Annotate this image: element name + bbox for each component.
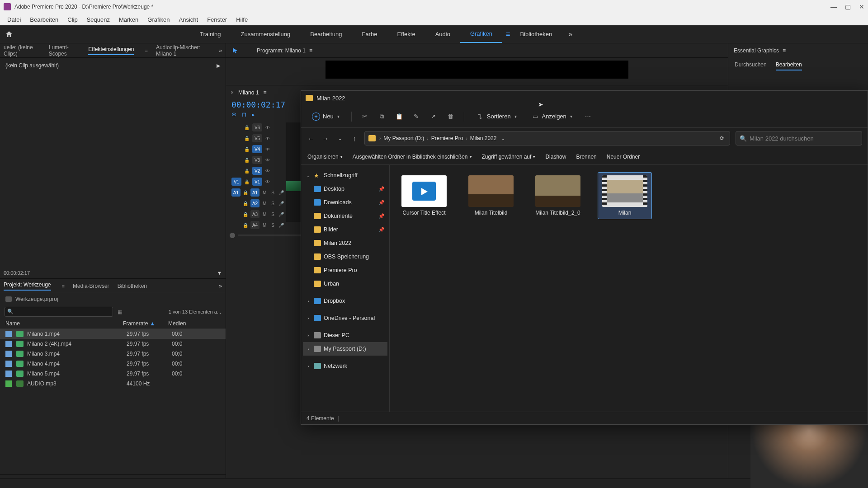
workspace-graphics[interactable]: Grafiken (460, 25, 502, 43)
mute-button[interactable]: M (261, 212, 268, 217)
scroll-knob-left[interactable] (230, 233, 235, 238)
delete-icon[interactable]: 🗑 (447, 113, 455, 121)
burn-button[interactable]: Brennen (576, 154, 596, 160)
back-button[interactable]: ← (307, 135, 316, 142)
new-button[interactable]: + Neu ▾ (309, 111, 342, 122)
track-target[interactable]: V3 (252, 156, 262, 164)
new-folder-button[interactable]: Neuer Ordner (607, 154, 640, 160)
menu-graphics[interactable]: Grafiken (143, 16, 174, 23)
file-item[interactable]: Milan Titelbild_2_0 (531, 172, 585, 219)
lock-icon[interactable]: 🔒 (243, 158, 250, 163)
source-patch[interactable]: V1 (231, 178, 241, 186)
mute-button[interactable]: M (261, 201, 268, 206)
menu-sequence[interactable]: Sequenz (82, 16, 114, 23)
menu-file[interactable]: Datei (3, 16, 25, 23)
track-target[interactable]: A4 (250, 221, 259, 229)
video-track-header[interactable]: 🔒V3👁 (230, 155, 286, 165)
nav-urban[interactable]: Urban (303, 277, 387, 291)
lock-icon[interactable]: 🔒 (242, 190, 249, 195)
breadcrumb-item[interactable]: Milan 2022 (470, 135, 497, 141)
workspace-effects[interactable]: Effekte (387, 25, 425, 43)
more-icon[interactable]: ⋯ (584, 113, 592, 121)
nav-network[interactable]: ›Netzwerk (303, 359, 387, 373)
refresh-icon[interactable]: ⟳ (718, 135, 726, 141)
lock-icon[interactable]: 🔒 (242, 212, 249, 217)
eg-tab-browse[interactable]: Durchsuchen (735, 61, 767, 70)
toggle-output-icon[interactable]: 👁 (264, 136, 271, 141)
marker-icon[interactable]: ▸ (252, 111, 255, 118)
copy-icon[interactable]: ⧉ (378, 113, 386, 121)
audio-track-header[interactable]: 🔒A4MS🎤 (230, 220, 286, 230)
explorer-titlebar[interactable]: Milan 2022 ➤ (301, 91, 868, 105)
col-medien[interactable]: Medien (168, 320, 220, 327)
share-menu[interactable]: Zugriff gewähren auf▾ (482, 154, 536, 160)
project-search-input[interactable] (5, 307, 113, 317)
tabs-overflow-icon[interactable]: » (219, 47, 222, 54)
tab-source[interactable]: uelle: (keine Clips) (4, 44, 41, 57)
project-clip-row[interactable]: Milano 4.mp429,97 fps00:0 (0, 359, 226, 369)
menu-edit[interactable]: Bearbeiten (25, 16, 63, 23)
toggle-output-icon[interactable]: 👁 (264, 147, 271, 152)
menu-window[interactable]: Fenster (203, 16, 231, 23)
col-name[interactable]: Name (5, 320, 123, 327)
panel-menu-icon[interactable]: ≡ (309, 47, 312, 54)
toggle-output-icon[interactable]: 👁 (264, 169, 271, 174)
solo-button[interactable]: S (269, 223, 276, 228)
audio-track-header[interactable]: 🔒A2MS🎤 (230, 198, 286, 208)
nav-downloads[interactable]: Downloads📌 (303, 196, 387, 209)
project-clip-row[interactable]: AUDIO.mp344100 Hz (0, 379, 226, 389)
workspace-libraries[interactable]: Bibliotheken (510, 25, 562, 43)
lock-icon[interactable]: 🔒 (243, 147, 250, 152)
track-target[interactable]: V4 (252, 145, 262, 153)
nav-obs[interactable]: OBS Speicherung (303, 250, 387, 263)
nav-passport[interactable]: ›My Passport (D:) (303, 342, 387, 356)
menu-view[interactable]: Ansicht (174, 16, 203, 23)
lock-icon[interactable]: 🔒 (242, 201, 249, 206)
file-item[interactable]: Cursor Title Effect (397, 172, 451, 219)
up-button[interactable]: ↑ (350, 135, 359, 142)
filter-icon[interactable]: ▼ (217, 270, 222, 276)
panel-menu-icon[interactable]: ≡ (263, 89, 266, 96)
rename-icon[interactable]: ✎ (412, 113, 420, 121)
breadcrumb-item[interactable]: My Passport (D:) (383, 135, 424, 141)
nav-premiere[interactable]: Premiere Pro (303, 263, 387, 277)
forward-button[interactable]: → (321, 135, 330, 142)
bin-view-icon[interactable]: ▦ (118, 309, 122, 315)
panel-menu-icon[interactable]: ≡ (783, 47, 786, 54)
recent-dropdown[interactable]: ⌄ (335, 136, 344, 141)
workspace-assembly[interactable]: Zusammenstellung (231, 25, 300, 43)
track-target[interactable]: V2 (252, 167, 262, 175)
explorer-file-pane[interactable]: Cursor Title Effect Milan Titelbild Mila… (390, 165, 868, 412)
maximize-button[interactable]: ▢ (845, 3, 851, 10)
paste-icon[interactable]: 📋 (395, 113, 403, 121)
timeline-timecode[interactable]: 00:00:02:17 (231, 100, 285, 109)
lock-icon[interactable]: 🔒 (243, 169, 250, 174)
track-target[interactable]: V5 (252, 134, 262, 142)
track-target[interactable]: A2 (250, 199, 259, 207)
workspace-menu-icon[interactable]: ≡ (506, 30, 510, 38)
solo-button[interactable]: S (269, 212, 276, 217)
workspace-color[interactable]: Farbe (352, 25, 387, 43)
menu-markers[interactable]: Marken (114, 16, 143, 23)
file-item[interactable]: Milan Titelbild (464, 172, 518, 219)
tab-audio-mixer[interactable]: Audioclip-Mischer: Milano 1 (156, 44, 211, 57)
close-button[interactable]: ✕ (859, 3, 864, 10)
workspace-overflow-icon[interactable]: » (568, 30, 572, 38)
organize-menu[interactable]: Organisieren▾ (307, 154, 343, 160)
audio-track-header[interactable]: 🔒A3MS🎤 (230, 209, 286, 219)
project-clip-row[interactable]: Milano 3.mp429,97 fps00;0 (0, 349, 226, 359)
nav-pictures[interactable]: Bilder📌 (303, 223, 387, 236)
tab-libraries[interactable]: Bibliotheken (118, 283, 147, 289)
nav-documents[interactable]: Dokumente📌 (303, 209, 387, 223)
snap-icon[interactable]: ❄ (231, 111, 236, 118)
view-button[interactable]: ▭ Anzeigen ▾ (528, 111, 575, 122)
cut-icon[interactable]: ✂ (361, 113, 369, 121)
nav-onedrive[interactable]: ›OneDrive - Personal (303, 311, 387, 325)
solo-button[interactable]: S (269, 190, 276, 195)
video-track-header[interactable]: 🔒V4👁 (230, 144, 286, 154)
menu-help[interactable]: Hilfe (231, 16, 252, 23)
eg-tab-edit[interactable]: Bearbeiten (776, 61, 802, 70)
file-item[interactable]: Milan (598, 172, 652, 219)
video-track-header[interactable]: V1🔒V1👁 (230, 177, 286, 187)
voice-icon[interactable]: 🎤 (278, 201, 284, 206)
